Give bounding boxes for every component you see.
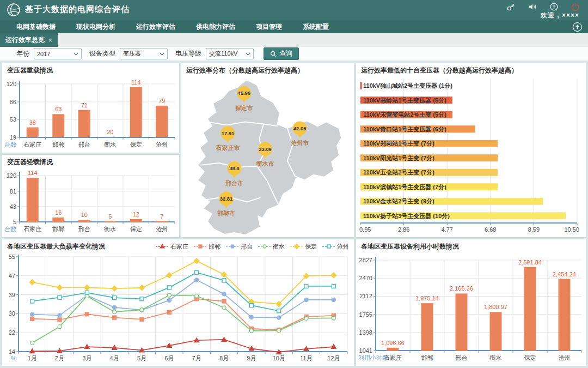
svg-text:71: 71 xyxy=(81,102,88,108)
svg-text:?: ? xyxy=(553,4,556,10)
key-icon[interactable] xyxy=(507,3,515,11)
svg-text:0.95: 0.95 xyxy=(359,226,371,233)
svg-text:保定: 保定 xyxy=(130,141,142,148)
search-button-label: 查询 xyxy=(279,49,292,58)
svg-text:86: 86 xyxy=(10,99,16,105)
help-icon[interactable]: ? xyxy=(550,3,558,11)
filter-bar: 年份 2017 设备类型 变压器 电压等级 交流110kV 查询 xyxy=(0,47,588,62)
sound-icon[interactable] xyxy=(528,3,537,11)
svg-text:5月: 5月 xyxy=(137,355,146,361)
svg-text:2827: 2827 xyxy=(359,257,372,263)
legend-item-保定[interactable]: 保定 xyxy=(290,243,317,251)
collapse-up-button[interactable] xyxy=(572,22,583,32)
svg-text:2,691.84: 2,691.84 xyxy=(518,259,542,266)
power-icon[interactable] xyxy=(571,3,579,11)
bar-保定 xyxy=(130,87,142,137)
svg-text:39: 39 xyxy=(9,292,15,298)
svg-text:1,975.14: 1,975.14 xyxy=(415,295,439,301)
svg-text:81: 81 xyxy=(10,188,16,195)
nav-item-2[interactable]: 现状电网分析 xyxy=(76,22,115,32)
svg-text:8.59: 8.59 xyxy=(528,226,540,233)
light-plot: 54381120114石家庄16邯郸10邢台5衡水12保定7沧州台数 xyxy=(4,170,175,232)
svg-text:邯郸: 邯郸 xyxy=(421,354,433,361)
svg-text:邯郸市: 邯郸市 xyxy=(217,210,235,216)
svg-text:8月: 8月 xyxy=(219,355,229,361)
page-title: 基于大数据的电网综合评估 xyxy=(25,4,130,15)
legend-item-石家庄[interactable]: 石家庄 xyxy=(156,243,188,251)
worst-plot: 0.952.864.776.688.5910.50110kV独山城站2号主变压器… xyxy=(359,79,579,233)
svg-text:1398: 1398 xyxy=(359,329,372,336)
svg-text:38: 38 xyxy=(29,119,36,126)
svg-text:17.91: 17.91 xyxy=(222,130,235,136)
svg-text:7: 7 xyxy=(160,213,163,220)
panel-title: 各地区变压器设备利用小时数情况 xyxy=(356,239,586,251)
svg-text:邢台: 邢台 xyxy=(78,141,90,148)
utilization-hours-bar-chart: 1041139817552112247028271,096.66石家庄1,975… xyxy=(356,251,586,365)
svg-text:22: 22 xyxy=(9,329,15,336)
line-plot: 1422303947551月2月3月4月5月6月7月8月9月10月11月12月% xyxy=(9,254,347,361)
nav-item-1[interactable]: 电网基础数据 xyxy=(16,22,56,32)
main-nav: 电网基础数据现状电网分析运行效率评估供电能力评估项目管理系统配置 xyxy=(0,20,588,33)
svg-text:1041: 1041 xyxy=(359,347,372,354)
nav-item-5[interactable]: 项目管理 xyxy=(256,22,282,32)
hours-plot: 1041139817552112247028271,096.66石家庄1,975… xyxy=(358,257,581,361)
svg-text:邢台市: 邢台市 xyxy=(225,180,243,186)
nav-item-3[interactable]: 运行效率评估 xyxy=(136,22,175,32)
bar-保定 xyxy=(524,267,536,351)
svg-text:53: 53 xyxy=(10,116,16,123)
svg-text:79: 79 xyxy=(158,98,165,104)
svg-text:9月: 9月 xyxy=(247,355,256,361)
svg-text:3月: 3月 xyxy=(82,355,91,361)
svg-text:邢台: 邢台 xyxy=(456,354,468,361)
nav-item-4[interactable]: 供电能力评估 xyxy=(196,22,235,32)
legend-item-邯郸[interactable]: 邯郸 xyxy=(194,243,220,251)
close-icon[interactable]: × xyxy=(48,37,52,44)
panel-title: 变压器轻载情况 xyxy=(2,155,179,167)
svg-text:110kV金水站2号主变 (9分): 110kV金水站2号主变 (9分) xyxy=(363,198,434,204)
light-load-bar-chart: 54381120114石家庄16邯郸10邢台5衡水12保定7沧州台数 xyxy=(2,167,179,236)
panel-light-load: 变压器轻载情况 54381120114石家庄16邯郸10邢台5衡水12保定7沧州… xyxy=(2,154,180,238)
svg-text:110kV扬子站3号主变压器 (10分): 110kV扬子站3号主变压器 (10分) xyxy=(363,213,450,219)
heavy-load-bar-chart: 19538612038石家庄63邯郸71邢台20衡水114保定79沧州台数 xyxy=(2,75,179,152)
year-select[interactable]: 2017 xyxy=(34,48,82,59)
svg-text:衡水: 衡水 xyxy=(103,226,116,232)
svg-text:石家庄: 石家庄 xyxy=(23,226,41,232)
svg-text:台数: 台数 xyxy=(4,141,16,148)
bar-邢台 xyxy=(78,220,90,222)
svg-text:33.09: 33.09 xyxy=(259,146,272,152)
province-map: 45.96保定市17.91石家庄市42.05沧州市33.09衡水市38.8邢台市… xyxy=(198,80,341,235)
bar-邯郸 xyxy=(52,218,64,222)
svg-text:2,454.24: 2,454.24 xyxy=(553,271,576,277)
device-type-select[interactable]: 变压器 xyxy=(120,48,168,59)
bar-邢台 xyxy=(456,293,468,351)
search-button[interactable]: 查询 xyxy=(264,47,299,60)
svg-text:16: 16 xyxy=(55,209,62,216)
max-load-rate-line-chart: 1422303947551月2月3月4月5月6月7月8月9月10月11月12月% xyxy=(2,251,354,365)
svg-text:6.68: 6.68 xyxy=(485,226,496,233)
svg-text:55: 55 xyxy=(9,254,15,260)
svg-text:4.77: 4.77 xyxy=(441,226,452,233)
svg-text:110kV阳光站1号主变 (7分): 110kV阳光站1号主变 (7分) xyxy=(363,155,434,161)
nav-item-6[interactable]: 系统配置 xyxy=(303,22,329,32)
svg-text:110kV宋营变电站2号主变 (5分): 110kV宋营变电站2号主变 (5分) xyxy=(363,111,446,118)
svg-text:1755: 1755 xyxy=(359,311,372,318)
svg-text:衡水: 衡水 xyxy=(103,141,116,148)
svg-text:石家庄: 石家庄 xyxy=(23,141,41,148)
svg-text:114: 114 xyxy=(131,79,141,86)
legend-item-邢台[interactable]: 邢台 xyxy=(226,243,253,251)
tab-bar: 运行效率总览 × xyxy=(0,33,588,47)
line-chart-legend: 石家庄邯郸邢台衡水保定沧州 xyxy=(156,243,349,251)
legend-item-沧州[interactable]: 沧州 xyxy=(322,243,349,251)
svg-text:110kV滨镇站1号主变压器 (7分): 110kV滨镇站1号主变压器 (7分) xyxy=(363,184,446,191)
panel-title: 变压器重载情况 xyxy=(2,63,179,75)
bar-石家庄 xyxy=(27,178,39,222)
device-type-select-value: 变压器 xyxy=(123,50,141,58)
app-logo-icon xyxy=(7,3,21,17)
svg-text:沧州: 沧州 xyxy=(156,226,168,232)
svg-text:6月: 6月 xyxy=(164,355,174,361)
year-select-value: 2017 xyxy=(37,51,50,57)
chevron-down-icon xyxy=(160,52,164,56)
legend-item-衡水[interactable]: 衡水 xyxy=(258,243,285,251)
tab-operating-efficiency-overview[interactable]: 运行效率总览 × xyxy=(0,33,58,47)
voltage-level-select[interactable]: 交流110kV xyxy=(206,48,254,59)
